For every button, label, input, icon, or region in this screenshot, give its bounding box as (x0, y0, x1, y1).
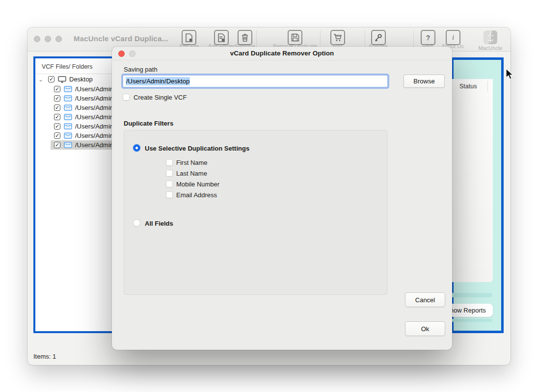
window-title: MacUncle vCard Duplica... (74, 34, 168, 43)
zoom-window-button[interactable] (55, 36, 62, 42)
vcf-checkbox[interactable]: ✓ (54, 132, 60, 139)
first-name-checkbox[interactable] (166, 159, 173, 166)
ok-label: Ok (421, 325, 430, 333)
duplicate-filters-group: Use Selective Duplication Settings First… (124, 130, 387, 295)
cancel-label: Cancel (415, 296, 435, 304)
macuncle-label: MacUncle (479, 45, 503, 51)
desktop-icon (58, 76, 66, 83)
mobile-number-checkbox[interactable] (166, 181, 173, 187)
dialog-title: vCard Duplicate Remover Option (112, 47, 452, 60)
chevron-down-icon[interactable]: ⌄ (38, 76, 45, 83)
last-name-label: Last Name (176, 170, 207, 177)
cart-icon (333, 33, 342, 42)
vcf-checkbox[interactable]: ✓ (54, 86, 60, 92)
close-window-button[interactable] (34, 36, 40, 42)
create-single-vcf-label: Create Single VCF (134, 94, 187, 101)
trash-icon (241, 33, 249, 42)
vcf-panel-header: VCF Files/ Folders (42, 63, 93, 70)
dialog-minimize-button[interactable] (129, 51, 135, 57)
vcard-file-icon (64, 132, 72, 139)
minimize-window-button[interactable] (45, 36, 51, 42)
items-count: Items: 1 (33, 353, 56, 360)
tree-item-label: /Users/Admin/ (75, 104, 115, 111)
add-file-icon (185, 33, 193, 43)
macuncle-logo[interactable] (484, 30, 497, 44)
key-icon (374, 33, 383, 42)
vcf-checkbox[interactable]: ✓ (54, 95, 60, 102)
last-name-checkbox[interactable] (166, 170, 173, 177)
saving-path-value: /Users/Admin/Desktop (126, 77, 190, 85)
vcard-file-icon (64, 123, 72, 130)
selective-settings-radio[interactable] (133, 144, 140, 152)
first-name-label: First Name (176, 159, 208, 166)
tree-item-label: Desktop (69, 76, 93, 83)
tree-item-label: /Users/Admin/ (75, 123, 115, 130)
tree-item-label: /Users/Admin/ (75, 95, 115, 102)
selective-settings-label: Use Selective Duplication Settings (145, 145, 249, 152)
question-icon: ? (426, 34, 430, 42)
email-address-label: Email Address (176, 191, 217, 199)
all-fields-label: All Fields (145, 220, 173, 227)
saving-path-label: Saving path (124, 66, 158, 73)
tree-item-label: /Users/Admin/ (75, 132, 115, 139)
cancel-button[interactable]: Cancel (405, 292, 445, 307)
all-fields-radio[interactable] (133, 219, 140, 227)
radio-dot (135, 147, 138, 149)
vcard-duplicate-remover-option-dialog: vCard Duplicate Remover Option Saving pa… (112, 47, 452, 350)
info-icon: i (452, 33, 454, 42)
status-column-header: Status (459, 83, 477, 90)
screen: MacUncle vCard Duplica... Add File Add F… (0, 0, 538, 392)
mobile-number-label: Mobile Number (176, 181, 219, 188)
email-address-checkbox[interactable] (166, 191, 173, 198)
vcard-file-icon (64, 114, 72, 120)
dialog-close-button[interactable] (118, 51, 125, 57)
tree-item-label: /Users/Admin/ (75, 85, 115, 93)
vcard-file-icon (64, 142, 72, 148)
vcf-checkbox[interactable]: ✓ (54, 105, 60, 111)
vcf-checkbox[interactable]: ✓ (54, 114, 60, 120)
duplicate-filters-heading: Duplicate Filters (124, 120, 173, 127)
vcard-file-icon (64, 95, 72, 102)
tree-item-label: /Users/Admin/ (75, 113, 115, 121)
desktop-checkbox[interactable]: ✓ (48, 76, 54, 82)
dialog-titlebar: vCard Duplicate Remover Option (112, 47, 452, 60)
saving-path-input[interactable]: /Users/Admin/Desktop (123, 75, 388, 87)
ok-button[interactable]: Ok (405, 321, 445, 336)
vcf-checkbox[interactable]: ✓ (54, 123, 60, 130)
mouse-cursor (505, 68, 514, 81)
vcard-file-icon (64, 86, 72, 92)
vcard-file-icon (64, 105, 72, 111)
save-icon (291, 33, 299, 42)
create-single-vcf-checkbox[interactable] (123, 94, 130, 101)
browse-label: Browse (413, 78, 434, 85)
vcf-checkbox[interactable]: ✓ (54, 142, 60, 148)
tree-item-label: /Users/Admin/ (75, 141, 115, 149)
browse-button[interactable]: Browse (404, 75, 445, 88)
column-divider (487, 81, 488, 92)
add-folder-icon (217, 33, 226, 43)
